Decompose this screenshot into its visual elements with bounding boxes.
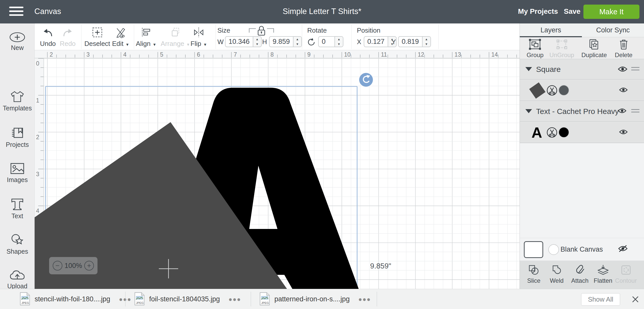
redo-button[interactable]: Redo <box>60 26 76 48</box>
design-canvas[interactable]: 2345678910111213140123456 <box>35 50 520 289</box>
redo-icon <box>62 26 74 39</box>
delete-button[interactable]: Delete <box>615 39 632 59</box>
panel-tabs: Layers Color Sync <box>520 23 644 37</box>
visibility-eye-icon[interactable] <box>618 108 626 115</box>
visibility-eye-icon[interactable] <box>619 129 628 136</box>
visibility-eye-slash-icon[interactable] <box>618 245 628 253</box>
width-stepper[interactable]: ▲▼ <box>253 37 261 47</box>
canvas-stage[interactable]: 2345678910111213140123456 <box>35 50 520 289</box>
arrange-dropdown[interactable]: Arrange▼ <box>161 26 190 48</box>
group-button[interactable]: Group <box>527 39 544 59</box>
combine-actions-row: Slice Weld Attach Flatten Contour <box>520 261 644 289</box>
flip-dropdown[interactable]: Flip▼ <box>191 26 207 48</box>
align-dropdown[interactable]: Align▼ <box>136 26 157 48</box>
width-field-label: W <box>217 38 224 46</box>
deselect-button[interactable]: Deselect <box>84 26 110 48</box>
blank-canvas-row: Blank Canvas <box>520 238 644 261</box>
position-section-label: Position <box>357 27 381 34</box>
sidebar-item-shapes[interactable]: Shapes <box>0 234 35 255</box>
layer-color-swatch[interactable] <box>558 85 569 96</box>
weld-button[interactable]: Weld <box>550 264 564 284</box>
arrange-icon <box>170 26 181 39</box>
blank-canvas-label: Blank Canvas <box>561 246 603 253</box>
collapse-triangle-icon[interactable] <box>525 67 532 71</box>
position-y-stepper[interactable]: ▲▼ <box>422 37 430 47</box>
svg-text:1: 1 <box>36 97 39 104</box>
svg-text:14: 14 <box>491 51 498 58</box>
rotate-stepper[interactable]: ▲▼ <box>334 37 343 47</box>
save-link[interactable]: Save <box>564 7 580 16</box>
toolbar-divider <box>351 24 352 49</box>
tab-color-sync[interactable]: Color Sync <box>582 23 644 37</box>
position-y-input[interactable]: 0.819 ▲▼ <box>398 36 431 47</box>
slice-button[interactable]: Slice <box>527 264 540 284</box>
layer-group-square[interactable]: Square <box>520 59 644 80</box>
sidebar-item-templates[interactable]: Templates <box>0 90 35 112</box>
file-more-icon[interactable]: ●●● <box>358 296 371 303</box>
zoom-in-button[interactable]: + <box>84 261 94 271</box>
svg-text:6: 6 <box>197 51 200 58</box>
file-more-icon[interactable]: ●●● <box>229 296 241 303</box>
layer-row-text[interactable]: A <box>520 122 644 143</box>
cut-operation-icon[interactable] <box>547 127 557 138</box>
width-input[interactable]: 10.346 ▲▼ <box>225 36 262 47</box>
cut-operation-icon[interactable] <box>547 85 557 96</box>
make-it-button[interactable]: Make It <box>583 5 639 19</box>
sidebar-item-text[interactable]: Text <box>0 198 35 220</box>
sidebar-item-upload[interactable]: Upload <box>0 269 35 290</box>
file-name: patterned-iron-on-s....jpg <box>274 295 350 303</box>
visibility-eye-icon[interactable] <box>618 66 627 73</box>
duplicate-icon <box>588 39 600 51</box>
file-item[interactable]: JPEG stencil-with-foil-180....jpg ●●● <box>20 289 132 309</box>
edit-tools-icon <box>115 26 127 39</box>
rotate-handle[interactable] <box>359 73 373 87</box>
sidebar-item-images[interactable]: Images <box>0 162 35 184</box>
close-icon[interactable] <box>631 295 640 304</box>
rotate-icon <box>306 37 316 48</box>
visibility-eye-icon[interactable] <box>619 87 628 94</box>
sidebar-item-new[interactable]: New <box>0 32 35 52</box>
file-divider <box>377 292 377 306</box>
layer-group-text[interactable]: Text - Cachet Pro Heavy <box>520 101 644 122</box>
layer-row-square[interactable] <box>520 80 644 101</box>
drag-handle-icon[interactable] <box>631 107 639 112</box>
file-item[interactable]: JPEG foil-stencil-1804035.jpg ●●● <box>134 289 241 309</box>
ungroup-icon <box>556 39 568 51</box>
size-section-label: Size <box>217 27 230 34</box>
drag-handle-icon[interactable] <box>631 65 639 70</box>
undo-button[interactable]: Undo <box>40 26 56 48</box>
duplicate-button[interactable]: Duplicate <box>581 39 607 59</box>
jpeg-file-icon: JPEG <box>134 292 145 306</box>
text-layer-thumbnail[interactable]: A <box>531 124 542 141</box>
edit-dropdown[interactable]: Edit▼ <box>112 26 129 48</box>
sidebar-item-projects[interactable]: Projects <box>0 126 35 148</box>
ungroup-button[interactable]: UnGroup <box>549 39 574 59</box>
contour-button[interactable]: Contour <box>615 264 637 284</box>
layer-actions-row: Group UnGroup Duplicate Delete <box>520 37 644 59</box>
canvas-color-swatch[interactable] <box>524 241 543 258</box>
new-icon <box>0 32 35 43</box>
jpeg-file-icon: JPEG <box>20 292 30 306</box>
svg-text:JPEG: JPEG <box>21 301 29 304</box>
y-field-label: Y <box>391 38 396 46</box>
trash-icon <box>619 39 629 51</box>
svg-text:9: 9 <box>307 51 311 58</box>
blank-canvas-radio[interactable] <box>548 244 559 255</box>
layer-color-swatch[interactable] <box>558 127 569 138</box>
attach-button[interactable]: Attach <box>571 264 589 284</box>
chevron-down-icon: ▼ <box>186 42 190 47</box>
file-item[interactable]: JPEG patterned-iron-on-s....jpg ●●● <box>260 289 371 309</box>
rotate-input[interactable]: 0 ▲▼ <box>318 36 343 47</box>
my-projects-link[interactable]: My Projects <box>518 7 558 16</box>
flatten-button[interactable]: Flatten <box>594 264 612 284</box>
tab-layers[interactable]: Layers <box>520 23 582 37</box>
zoom-out-button[interactable]: − <box>53 261 62 271</box>
height-input[interactable]: 9.859 ▲▼ <box>269 36 302 47</box>
height-stepper[interactable]: ▲▼ <box>293 37 301 47</box>
show-all-button[interactable]: Show All <box>581 293 620 306</box>
collapse-triangle-icon[interactable] <box>525 109 532 113</box>
square-layer-thumbnail[interactable] <box>529 82 545 99</box>
projects-icon <box>0 126 35 139</box>
step-down-icon: ▼ <box>423 42 430 47</box>
zoom-control: − 100% + <box>49 257 97 274</box>
